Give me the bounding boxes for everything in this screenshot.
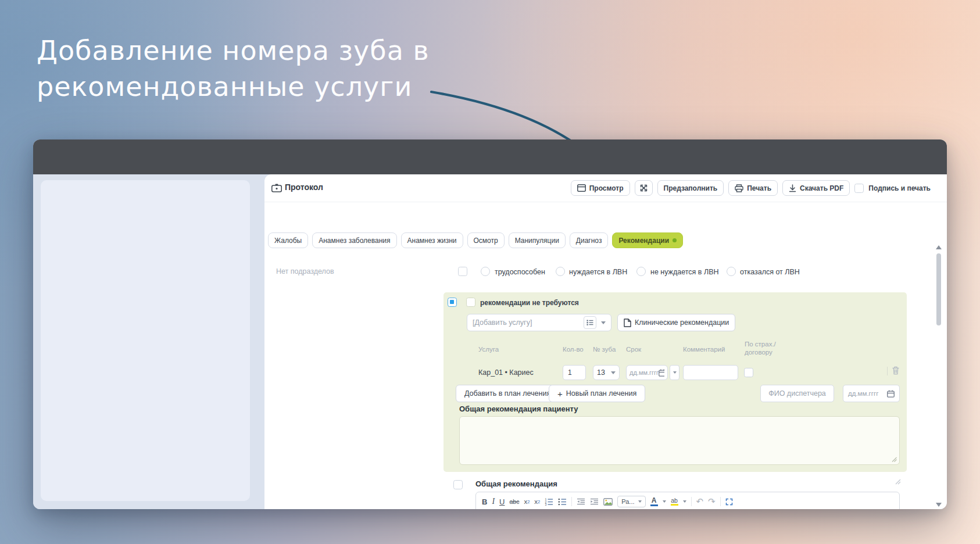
tab-anamnez-zabolevaniya[interactable]: Анамнез заболевания <box>312 232 396 248</box>
column-insurance-line1: По страх./ <box>745 341 776 348</box>
ordered-list-button[interactable]: 123 <box>545 498 553 506</box>
redo-button[interactable]: ↷ <box>708 496 716 507</box>
service-name: Кар_01 • Кариес <box>478 368 534 377</box>
radio-nuzhdaetsya-lvn-label: нуждается в ЛВН <box>569 268 627 276</box>
radio-otkazalsya-lvn[interactable] <box>727 267 736 276</box>
print-button[interactable]: Печать <box>728 180 778 196</box>
undo-button[interactable]: ↶ <box>696 496 704 507</box>
expand-icon <box>640 184 648 192</box>
svg-text:3: 3 <box>545 503 547 506</box>
add-service-select[interactable]: [Добавить услугу] <box>467 314 611 331</box>
recommendations-section-checkbox[interactable] <box>448 298 457 307</box>
bold-button[interactable]: B <box>482 498 487 506</box>
preview-label: Просмотр <box>589 184 624 192</box>
qty-input[interactable] <box>563 365 586 380</box>
scroll-down-arrow[interactable] <box>936 503 942 507</box>
general-recommendation-checkbox[interactable] <box>453 480 463 489</box>
chevron-down-icon <box>611 371 616 374</box>
content-scrollbar[interactable] <box>935 244 942 508</box>
patient-recommendation-textarea[interactable] <box>459 416 900 465</box>
subscript-button[interactable]: x2 <box>524 498 530 505</box>
no-subsections-note: Нет подразделов <box>276 267 334 275</box>
row-separator <box>887 367 888 375</box>
column-service: Услуга <box>478 346 499 353</box>
calendar-icon <box>659 369 664 377</box>
text-color-bar <box>650 504 658 506</box>
clinical-recommendations-label: Клинические рекомендации <box>635 318 729 327</box>
highlight-button[interactable]: ab <box>671 498 678 506</box>
add-service-placeholder: [Добавить услугу] <box>473 318 584 327</box>
plus-icon: + <box>557 389 563 398</box>
sign-and-print-checkbox[interactable] <box>854 184 864 193</box>
browser-chrome: app.rnova.org + <box>33 139 947 174</box>
plan-date-input[interactable]: дд.мм.гггг <box>843 385 900 402</box>
tab-osmotr[interactable]: Осмотр <box>467 232 505 248</box>
resize-grip-icon[interactable] <box>892 457 897 462</box>
tab-zhaloby[interactable]: Жалобы <box>268 232 308 248</box>
paragraph-format-value: Ра... <box>621 498 634 505</box>
insurance-checkbox[interactable] <box>744 368 753 377</box>
outdent-button[interactable] <box>577 498 585 505</box>
insert-image-button[interactable] <box>603 498 613 506</box>
column-term: Срок <box>626 346 641 353</box>
column-tooth-number: № зуба <box>593 346 616 353</box>
header-divider <box>264 202 947 202</box>
radio-otkazalsya-lvn-label: отказался от ЛВН <box>740 268 800 276</box>
comment-input[interactable] <box>683 365 738 380</box>
expand-button[interactable] <box>635 180 653 196</box>
paragraph-format-dropdown[interactable]: Ра... <box>617 496 645 507</box>
radio-nuzhdaetsya-lvn[interactable] <box>556 267 565 276</box>
tooth-number-select[interactable]: 13 <box>593 365 620 380</box>
italic-button[interactable]: I <box>492 497 495 506</box>
chevron-down-icon[interactable] <box>683 500 686 503</box>
scrollbar-thumb[interactable] <box>936 253 941 325</box>
term-date-dropdown-button[interactable] <box>670 365 679 380</box>
trash-icon[interactable] <box>892 366 899 375</box>
add-to-plan-button[interactable]: Добавить в план лечения <box>456 385 559 402</box>
term-date-input[interactable]: дд.мм.гггг <box>626 365 668 380</box>
column-qty: Кол-во <box>563 346 584 353</box>
radio-trudosposoben-label: трудоспособен <box>495 268 545 276</box>
chevron-down-icon <box>601 321 606 324</box>
toolbar-separator <box>691 497 692 506</box>
prefill-label: Предзаполнить <box>664 184 718 192</box>
indent-button[interactable] <box>590 498 599 505</box>
download-pdf-button[interactable]: Скачать PDF <box>782 180 850 196</box>
list-check-icon <box>586 320 593 325</box>
print-label: Печать <box>747 184 771 192</box>
page-title: Протокол <box>285 182 323 192</box>
bullet-list-button[interactable] <box>558 498 567 506</box>
editor-resize-grip-icon[interactable] <box>895 479 901 485</box>
service-list-button[interactable] <box>584 316 596 329</box>
no-recommendations-checkbox[interactable] <box>466 298 475 307</box>
strikethrough-button[interactable]: abc <box>509 498 519 505</box>
new-plan-button[interactable]: + Новый план лечения <box>549 385 645 402</box>
superscript-button[interactable]: x2 <box>534 498 540 505</box>
column-insurance-line2: договору <box>745 349 772 356</box>
richtext-toolbar: B I U abc x2 x2 123 <box>475 492 900 509</box>
prefill-button[interactable]: Предзаполнить <box>657 180 724 196</box>
radio-ne-nuzhdaetsya-lvn[interactable] <box>636 267 646 276</box>
sign-and-print-label: Подпись и печать <box>868 184 931 192</box>
superscript-digit: 2 <box>538 499 540 504</box>
radio-trudosposoben[interactable] <box>481 267 490 276</box>
scroll-up-arrow[interactable] <box>936 245 942 249</box>
chevron-down-icon <box>673 371 677 374</box>
add-to-plan-label: Добавить в план лечения <box>464 389 550 398</box>
tab-anamnez-zhizni[interactable]: Анамнез жизни <box>401 232 463 248</box>
app-sidebar-panel <box>41 180 250 501</box>
underline-button[interactable]: U <box>499 498 505 506</box>
status-group-checkbox[interactable] <box>458 267 467 276</box>
text-color-button[interactable]: A <box>650 498 658 506</box>
preview-button[interactable]: Просмотр <box>571 180 630 196</box>
plan-date-placeholder: дд.мм.гггг <box>848 390 887 397</box>
dispatcher-input[interactable] <box>760 385 834 402</box>
chevron-down-icon[interactable] <box>663 500 666 503</box>
tab-rekomendacii[interactable]: Рекомендации <box>612 232 683 248</box>
tab-diagnoz[interactable]: Диагноз <box>570 232 609 248</box>
clinical-recommendations-button[interactable]: Клинические рекомендации <box>617 314 735 331</box>
section-tabs: Жалобы Анамнез заболевания Анамнез жизни… <box>268 232 683 248</box>
header-actions: Просмотр Предзаполнить <box>571 180 931 196</box>
tab-manipulyacii[interactable]: Манипуляции <box>509 232 566 248</box>
fullscreen-button[interactable] <box>725 498 733 506</box>
